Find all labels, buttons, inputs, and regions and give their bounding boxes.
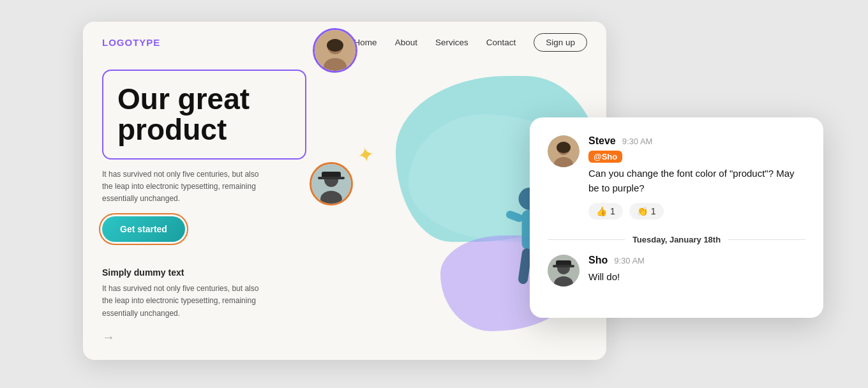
hero-title-line2: product [117,113,227,146]
date-divider: Tuesday, January 18th [548,235,805,244]
chat-message-sho: Sho 9:30 AM Will do! [548,255,805,292]
chat-header-steve: Steve 9:30 AM [588,135,805,147]
hero-bottom-section: Simply dummy text It has survived not on… [102,267,306,345]
main-scene: LOGOTYPE Home About Services Contact Sig… [83,22,785,366]
clap-emoji: 👏 [637,206,648,216]
signup-button[interactable]: Sign up [534,33,587,52]
logo-highlight: LOGO [102,37,133,48]
nav-link-about[interactable]: About [395,38,417,47]
hero-left: Our great product It has survived not on… [102,70,306,345]
divider-line-left [548,239,625,240]
avatar-steve-chat [548,135,580,167]
nav-links: Home About Services Contact Sign up [354,33,587,52]
chat-content-sho: Sho 9:30 AM Will do! [588,255,645,292]
nav-logo: LOGOTYPE [102,37,160,48]
svg-rect-24 [553,265,574,267]
avatar-sho-website [310,162,353,205]
chat-content-steve: Steve 9:30 AM @Sho Can you change the fo… [588,135,805,225]
hero-bottom-desc: It has survived not only five centuries,… [102,283,268,320]
nav-link-contact[interactable]: Contact [486,38,516,47]
divider-date-text: Tuesday, January 18th [632,235,721,244]
chat-sender-steve: Steve [588,135,616,147]
chat-message-steve: Steve 9:30 AM @Sho Can you change the fo… [548,135,805,225]
avatar-steve-website [313,28,357,73]
clap-count: 1 [651,206,656,216]
reaction-clap[interactable]: 👏 1 [629,203,664,220]
avatar-sho-chat [548,255,580,287]
chat-card: Steve 9:30 AM @Sho Can you change the fo… [530,117,823,318]
website-card: LOGOTYPE Home About Services Contact Sig… [83,22,606,360]
arrow-icon: → [102,330,306,345]
nav-link-services[interactable]: Services [435,38,468,47]
reaction-thumbsup[interactable]: 👍 1 [588,203,623,220]
chat-reactions: 👍 1 👏 1 [588,203,805,220]
svg-point-10 [327,39,343,52]
hero-title-line1: Our great [117,82,250,116]
svg-point-19 [557,142,571,153]
svg-rect-2 [505,209,524,223]
hero-bottom-title: Simply dummy text [102,267,306,278]
logo-type: TYPE [133,37,160,48]
chat-mention: @Sho [588,151,622,163]
hero-title-box: Our great product [102,70,306,160]
thumbsup-emoji: 👍 [596,206,607,216]
hero-description: It has survived not only five centuries,… [102,168,268,205]
hero-title: Our great product [117,84,291,146]
chat-text-steve: Can you change the font color of "produc… [588,167,805,195]
chat-time-steve: 9:30 AM [622,137,653,146]
get-started-button[interactable]: Get started [102,216,185,242]
svg-rect-15 [318,177,345,179]
divider-line-right [728,239,805,240]
hero-section: Our great product It has survived not on… [83,63,606,345]
chat-sender-sho: Sho [588,255,608,266]
chat-text-sho: Will do! [588,270,645,285]
chat-header-sho: Sho 9:30 AM [588,255,645,266]
nav-link-home[interactable]: Home [354,38,377,47]
chat-time-sho: 9:30 AM [614,256,645,265]
thumbsup-count: 1 [610,206,615,216]
